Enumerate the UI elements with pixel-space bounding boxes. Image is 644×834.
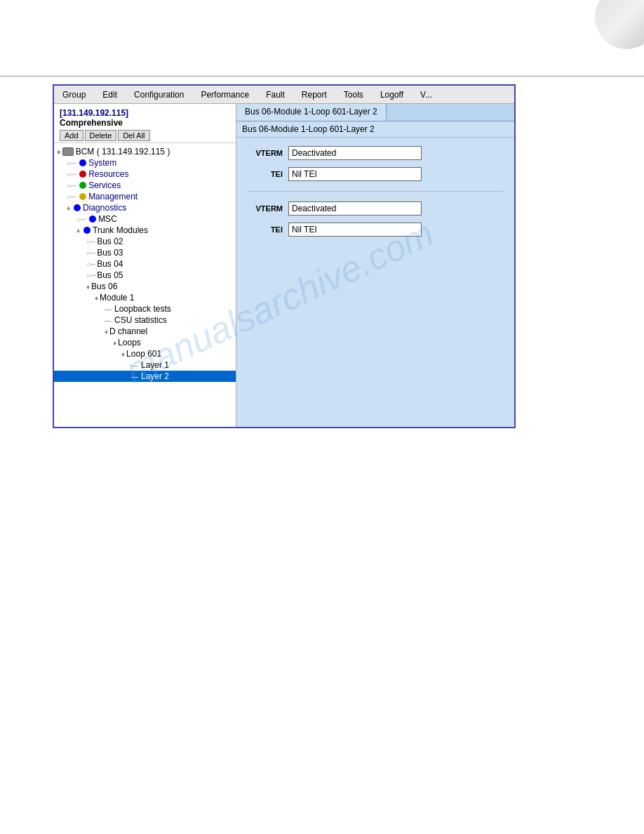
right-panel: Bus 06-Module 1-Loop 601-Layer 2 Bus 06-… (236, 104, 514, 427)
right-bottom (236, 245, 514, 427)
right-subheader: Bus 06-Module 1-Loop 601-Layer 2 (236, 121, 514, 138)
tree-item-resources[interactable]: ○─ Resources (54, 168, 236, 180)
pin-icon: ♦ (95, 294, 98, 302)
diagnostics-label: Diagnostics (83, 203, 126, 213)
menu-edit[interactable]: Edit (100, 88, 120, 101)
bcm-label: BCM ( 131.149.192.115 ) (76, 147, 170, 157)
bus06-label: Bus 06 (91, 282, 117, 291)
form-row-tei1: TEI (248, 167, 503, 181)
tree-item-csu[interactable]: — CSU statistics (54, 315, 236, 326)
tab-layer2[interactable]: Bus 06-Module 1-Loop 601-Layer 2 (236, 104, 387, 121)
connector-icon: ○─ (67, 159, 76, 167)
menu-group[interactable]: Group (60, 88, 88, 101)
tree-item-bus06[interactable]: ♦ Bus 06 (54, 281, 236, 292)
tei2-input[interactable] (288, 223, 422, 237)
status-dot-system (79, 159, 86, 166)
menu-view[interactable]: V... (417, 88, 435, 101)
services-label: Services (88, 180, 121, 190)
pin-icon: ♦ (86, 283, 90, 291)
tree-item-bus04[interactable]: ○─ Bus 04 (54, 258, 236, 270)
computer-icon (62, 147, 74, 156)
delete-button[interactable]: Delete (85, 130, 117, 141)
left-panel: [131.149.192.115] Comprehensive Add Dele… (54, 104, 236, 427)
del-all-button[interactable]: Del All (118, 130, 149, 141)
tree-item-bus05[interactable]: ○─ Bus 05 (54, 270, 236, 281)
connector-icon: ○─ (86, 272, 95, 279)
bus05-label: Bus 05 (97, 270, 123, 280)
menu-report[interactable]: Report (299, 88, 330, 101)
tree-item-loops[interactable]: ♦ Loops (54, 337, 236, 348)
logo-circle (595, 0, 644, 49)
tree-item-diagnostics[interactable]: ♦ Diagnostics (54, 202, 236, 213)
ip-title: [131.149.192.115] (60, 108, 230, 118)
tree-item-dchannel[interactable]: ♦ D channel (54, 326, 236, 337)
comprehensive-label: Comprehensive (60, 118, 230, 128)
trunk-modules-label: Trunk Modules (93, 225, 148, 235)
tei1-input[interactable] (288, 167, 422, 181)
tree-item-bus02[interactable]: ○─ Bus 02 (54, 236, 236, 247)
tree-item-layer1[interactable]: — Layer 1 (54, 359, 236, 371)
connector-icon: ○─ (86, 238, 95, 246)
loops-label: Loops (118, 338, 141, 348)
app-window: Group Edit Configuration Performance Fau… (53, 84, 516, 428)
tree-item-loop601[interactable]: ♦ Loop 601 (54, 348, 236, 359)
module1-label: Module 1 (100, 293, 134, 303)
connector-icon: ○─ (67, 193, 76, 201)
dash-icon: — (131, 362, 138, 369)
tree-item-trunk-modules[interactable]: ♦ Trunk Modules (54, 225, 236, 236)
tree-item-bcm[interactable]: ♦ BCM ( 131.149.192.115 ) (54, 146, 236, 157)
menu-tools[interactable]: Tools (341, 88, 366, 101)
dash-icon: — (105, 317, 112, 324)
pin-icon: ♦ (121, 350, 125, 358)
menu-performance[interactable]: Performance (198, 88, 252, 101)
tei2-label: TEI (248, 225, 283, 234)
dash-icon: — (131, 373, 138, 380)
form-divider (248, 191, 503, 192)
system-label: System (88, 158, 116, 168)
tree-area[interactable]: ♦ BCM ( 131.149.192.115 ) ○─ System ○─ R… (54, 143, 236, 427)
form-row-vterm2: VTERM (248, 201, 503, 216)
logo-area (574, 0, 644, 56)
status-dot-msc (89, 216, 96, 223)
vterm2-label: VTERM (248, 204, 283, 213)
loop601-label: Loop 601 (126, 349, 161, 359)
layer1-label: Layer 1 (141, 360, 169, 370)
pin-icon: ♦ (67, 204, 70, 212)
bus02-label: Bus 02 (97, 237, 123, 246)
csu-label: CSU statistics (114, 315, 167, 325)
tree-item-services[interactable]: ○─ Services (54, 180, 236, 191)
dchannel-label: D channel (109, 326, 147, 336)
vterm1-input[interactable] (288, 146, 422, 160)
form-row-vterm1: VTERM (248, 146, 503, 160)
tree-item-management[interactable]: ○─ Management (54, 191, 236, 202)
pin-icon: ♦ (113, 339, 116, 347)
connector-icon: ○─ (86, 249, 95, 257)
tree-item-layer2[interactable]: — Layer 2 (54, 371, 236, 382)
tree-item-module1[interactable]: ♦ Module 1 (54, 292, 236, 303)
top-rule (0, 76, 644, 77)
add-button[interactable]: Add (60, 130, 83, 141)
bus03-label: Bus 03 (97, 248, 123, 258)
left-header: [131.149.192.115] Comprehensive Add Dele… (54, 104, 236, 143)
tei1-label: TEI (248, 170, 283, 178)
tree-item-loopback[interactable]: — Loopback tests (54, 303, 236, 315)
tree-item-system[interactable]: ○─ System (54, 157, 236, 168)
status-dot-resources (79, 171, 86, 178)
menu-logoff[interactable]: Logoff (377, 88, 406, 101)
tree-item-bus03[interactable]: ○─ Bus 03 (54, 247, 236, 258)
status-dot-services (79, 182, 86, 189)
msc-label: MSC (98, 214, 117, 224)
menu-bar: Group Edit Configuration Performance Fau… (54, 86, 514, 104)
resources-label: Resources (88, 169, 128, 179)
tree-item-msc[interactable]: ○─ MSC (54, 213, 236, 225)
tab-bar: Bus 06-Module 1-Loop 601-Layer 2 (236, 104, 514, 121)
content-area: [131.149.192.115] Comprehensive Add Dele… (54, 104, 514, 427)
menu-fault[interactable]: Fault (263, 88, 288, 101)
pin-icon: ♦ (76, 227, 80, 234)
menu-configuration[interactable]: Configuration (131, 88, 187, 101)
vterm2-input[interactable] (288, 201, 422, 216)
pin-icon: ♦ (105, 328, 108, 336)
status-dot-trunk (83, 227, 90, 234)
connector-icon: ○─ (67, 171, 76, 178)
pin-icon: ♦ (57, 147, 61, 156)
